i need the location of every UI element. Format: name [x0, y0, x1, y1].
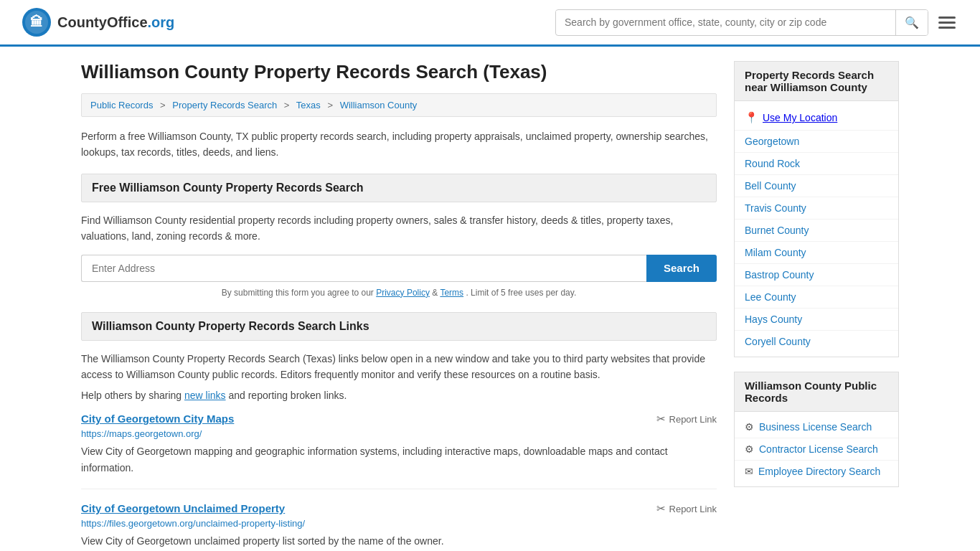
hamburger-line [938, 17, 956, 19]
breadcrumb-texas[interactable]: Texas [296, 100, 321, 110]
links-heading: Williamson County Property Records Searc… [81, 312, 717, 341]
breadcrumb-separator: > [327, 100, 333, 110]
logo-area: 🏛 CountyOffice.org [22, 7, 174, 37]
location-pin-icon: 📍 [745, 111, 758, 124]
gear-icon: ⚙ [745, 421, 754, 433]
sidebar-item-bell-county[interactable]: Bell County [735, 175, 898, 197]
link-card-title[interactable]: City of Georgetown Unclaimed Property [81, 502, 285, 514]
link-card: City of Georgetown City Maps ✂ Report Li… [81, 413, 717, 489]
sidebar-item-coryell-county[interactable]: Coryell County [735, 331, 898, 352]
link-card: City of Georgetown Unclaimed Property ✂ … [81, 502, 717, 551]
link-card-header: City of Georgetown Unclaimed Property ✂ … [81, 502, 717, 515]
search-icon: 🔍 [905, 17, 919, 29]
hamburger-line [938, 27, 956, 29]
header: 🏛 CountyOffice.org 🔍 [0, 0, 980, 47]
use-location-link[interactable]: Use My Location [763, 112, 837, 123]
svg-text:🏛: 🏛 [30, 14, 43, 29]
sidebar-item-georgetown[interactable]: Georgetown [735, 131, 898, 153]
envelope-icon: ✉ [745, 466, 753, 477]
link-card-description: View City of Georgetown unclaimed proper… [81, 533, 717, 549]
breadcrumb-public-records[interactable]: Public Records [90, 100, 153, 110]
sidebar-item-bastrop-county[interactable]: Bastrop County [735, 264, 898, 286]
sidebar-item-travis-county[interactable]: Travis County [735, 197, 898, 220]
new-links-para: Help others by sharing new links and rep… [81, 390, 717, 401]
header-search-bar: 🔍 [555, 9, 928, 36]
sidebar: Property Records Search near Williamson … [734, 61, 899, 551]
sidebar-public-records-section: Williamson County Public Records ⚙ Busin… [734, 372, 899, 487]
header-right: 🔍 [555, 9, 958, 36]
sidebar-item-lee-county[interactable]: Lee County [735, 286, 898, 309]
report-link-button[interactable]: ✂ Report Link [656, 502, 717, 515]
page-description: Perform a free Williamson County, TX pub… [81, 128, 717, 161]
sidebar-nearby-heading: Property Records Search near Williamson … [735, 62, 898, 101]
sidebar-item-milam-county[interactable]: Milam County [735, 242, 898, 264]
sidebar-record-business-license[interactable]: ⚙ Business License Search [735, 416, 898, 438]
sidebar-item-hays-county[interactable]: Hays County [735, 309, 898, 331]
logo-icon: 🏛 [22, 7, 52, 37]
sidebar-item-burnet-county[interactable]: Burnet County [735, 220, 898, 242]
breadcrumb: Public Records > Property Records Search… [81, 93, 717, 117]
header-search-input[interactable] [556, 11, 895, 34]
scissors-icon: ✂ [656, 502, 666, 515]
logo-text: CountyOffice.org [57, 14, 174, 31]
main-wrapper: Williamson County Property Records Searc… [67, 47, 913, 551]
links-section: Williamson County Property Records Searc… [81, 312, 717, 551]
page-title: Williamson County Property Records Searc… [81, 61, 717, 83]
scissors-icon: ✂ [656, 413, 666, 425]
sidebar-nearby-list: 📍 Use My Location Georgetown Round Rock … [735, 101, 898, 357]
address-search-form: Search [81, 255, 717, 282]
sidebar-public-records-list: ⚙ Business License Search ⚙ Contractor L… [735, 412, 898, 486]
form-disclaimer: By submitting this form you agree to our… [81, 288, 717, 298]
hamburger-menu-button[interactable] [936, 14, 958, 32]
link-card-title[interactable]: City of Georgetown City Maps [81, 413, 234, 425]
breadcrumb-separator: > [284, 100, 290, 110]
sidebar-record-employee-directory[interactable]: ✉ Employee Directory Search [735, 461, 898, 482]
hamburger-line [938, 22, 956, 24]
privacy-policy-link[interactable]: Privacy Policy [376, 288, 430, 298]
link-card-header: City of Georgetown City Maps ✂ Report Li… [81, 413, 717, 425]
link-card-description: View City of Georgetown mapping and geog… [81, 443, 717, 476]
sidebar-record-contractor-license[interactable]: ⚙ Contractor License Search [735, 438, 898, 461]
address-input[interactable] [81, 255, 646, 282]
link-card-url[interactable]: https://files.georgetown.org/unclaimed-p… [81, 518, 717, 529]
new-links-link[interactable]: new links [184, 390, 226, 401]
breadcrumb-property-records[interactable]: Property Records Search [172, 100, 277, 110]
link-card-url[interactable]: https://maps.georgetown.org/ [81, 428, 717, 439]
links-description: The Williamson County Property Records S… [81, 351, 717, 383]
terms-link[interactable]: Terms [440, 288, 463, 298]
header-search-button[interactable]: 🔍 [895, 10, 928, 35]
breadcrumb-williamson-county[interactable]: Williamson County [340, 100, 418, 110]
sidebar-nearby-section: Property Records Search near Williamson … [734, 61, 899, 357]
breadcrumb-separator: > [160, 100, 166, 110]
use-location-item[interactable]: 📍 Use My Location [735, 105, 898, 131]
gear-icon: ⚙ [745, 443, 754, 455]
sidebar-public-records-heading: Williamson County Public Records [735, 372, 898, 412]
sidebar-item-round-rock[interactable]: Round Rock [735, 153, 898, 175]
content-area: Williamson County Property Records Searc… [81, 61, 717, 551]
free-search-description: Find Williamson County residential prope… [81, 212, 717, 245]
free-search-heading: Free Williamson County Property Records … [81, 174, 717, 202]
report-link-button[interactable]: ✂ Report Link [656, 413, 717, 425]
address-search-button[interactable]: Search [646, 255, 717, 282]
